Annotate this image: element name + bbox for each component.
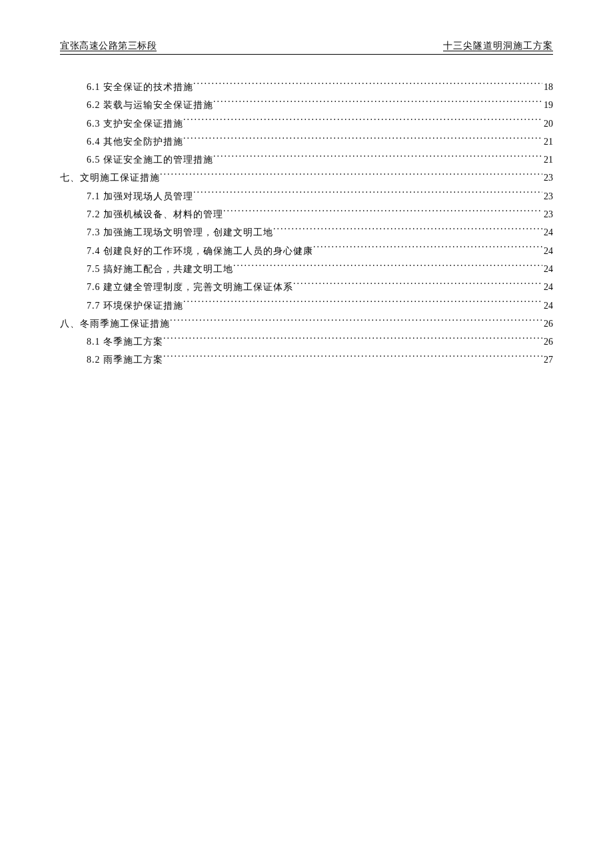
toc-leader-dots [183, 135, 542, 145]
toc-entry: 6.2 装载与运输安全保证措施19 [60, 96, 553, 114]
toc-entry-page: 24 [542, 278, 553, 296]
toc-entry: 7.2 加强机械设备、材料的管理23 [60, 205, 553, 223]
toc-leader-dots [183, 299, 542, 309]
toc-leader-dots [233, 263, 542, 272]
toc-entry-page: 24 [542, 223, 553, 241]
toc-entry-label: 7.2 加强机械设备、材料的管理 [87, 205, 223, 223]
toc-entry: 7.3 加强施工现场文明管理，创建文明工地24 [60, 223, 553, 241]
header-left-title: 宜张高速公路第三标段 [60, 40, 157, 52]
toc-entry-label: 7.7 环境保护保证措施 [87, 297, 183, 315]
toc-entry: 八、冬雨季施工保证措施26 [60, 315, 553, 333]
toc-entry: 7.4 创建良好的工作环境，确保施工人员的身心健康24 [60, 242, 553, 260]
toc-entry-page: 26 [542, 315, 553, 333]
toc-entry: 6.1 安全保证的技术措施18 [60, 78, 553, 96]
toc-entry: 8.2 雨季施工方案27 [60, 351, 553, 369]
toc-leader-dots [313, 245, 542, 254]
toc-entry-label: 7.1 加强对现场人员管理 [87, 187, 193, 205]
toc-entry: 7.1 加强对现场人员管理23 [60, 187, 553, 205]
toc-entry: 8.1 冬季施工方案26 [60, 333, 553, 351]
toc-entry-page: 23 [542, 187, 553, 205]
toc-leader-dots [160, 171, 542, 181]
toc-entry: 七、文明施工保证措施23 [60, 169, 553, 187]
toc-entry-page: 19 [542, 96, 553, 114]
toc-entry-label: 8.1 冬季施工方案 [87, 333, 163, 351]
toc-leader-dots [193, 81, 542, 90]
toc-entry: 7.6 建立健全管理制度，完善文明施工保证体系24 [60, 278, 553, 296]
toc-entry-label: 6.2 装载与运输安全保证措施 [87, 96, 213, 114]
toc-leader-dots [273, 226, 542, 235]
toc-entry-page: 26 [542, 333, 553, 351]
toc-entry-page: 21 [542, 151, 553, 169]
toc-entry: 6.5 保证安全施工的管理措施21 [60, 151, 553, 169]
toc-leader-dots [163, 353, 542, 363]
toc-entry-page: 18 [542, 78, 553, 96]
toc-entry-label: 6.1 安全保证的技术措施 [87, 78, 193, 96]
toc-entry-label: 6.4 其他安全防护措施 [87, 133, 183, 151]
toc-entry-label: 8.2 雨季施工方案 [87, 351, 163, 369]
toc-leader-dots [293, 281, 542, 290]
toc-entry-label: 七、文明施工保证措施 [60, 169, 160, 187]
toc-entry-page: 23 [542, 205, 553, 223]
toc-entry-label: 7.6 建立健全管理制度，完善文明施工保证体系 [87, 278, 293, 296]
toc-entry-page: 24 [542, 242, 553, 260]
toc-entry-page: 27 [542, 351, 553, 369]
toc-leader-dots [213, 153, 542, 163]
toc-leader-dots [193, 190, 542, 199]
toc-entry: 7.7 环境保护保证措施24 [60, 297, 553, 315]
toc-entry-page: 24 [542, 260, 553, 278]
toc-entry-page: 21 [542, 133, 553, 151]
page-header: 宜张高速公路第三标段 十三尖隧道明洞施工方案 [60, 40, 553, 55]
toc-entry-label: 7.3 加强施工现场文明管理，创建文明工地 [87, 223, 273, 241]
toc-entry: 6.4 其他安全防护措施21 [60, 133, 553, 151]
table-of-contents: 6.1 安全保证的技术措施186.2 装载与运输安全保证措施196.3 支护安全… [60, 78, 553, 369]
toc-entry-page: 24 [542, 297, 553, 315]
toc-entry: 6.3 支护安全保证措施20 [60, 115, 553, 133]
toc-entry-label: 6.3 支护安全保证措施 [87, 115, 183, 133]
toc-entry-page: 20 [542, 115, 553, 133]
toc-leader-dots [183, 117, 542, 127]
toc-entry-label: 7.4 创建良好的工作环境，确保施工人员的身心健康 [87, 242, 313, 260]
toc-entry-page: 23 [542, 169, 553, 187]
header-right-title: 十三尖隧道明洞施工方案 [443, 40, 553, 52]
toc-entry-label: 6.5 保证安全施工的管理措施 [87, 151, 213, 169]
toc-leader-dots [170, 317, 542, 327]
toc-leader-dots [213, 99, 542, 108]
toc-leader-dots [163, 335, 542, 345]
toc-entry-label: 八、冬雨季施工保证措施 [60, 315, 170, 333]
toc-entry-label: 7.5 搞好施工配合，共建文明工地 [87, 260, 233, 278]
toc-entry: 7.5 搞好施工配合，共建文明工地24 [60, 260, 553, 278]
toc-leader-dots [223, 208, 542, 217]
